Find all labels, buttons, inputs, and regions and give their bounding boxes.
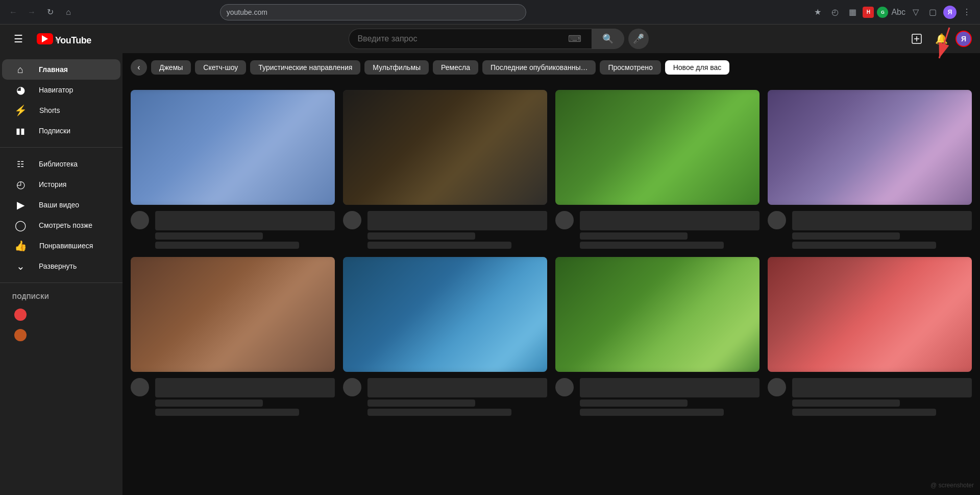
thumbnail-image-4 [768,90,972,205]
sidebar-label-your-videos: Ваши видео [39,201,79,209]
sidebar-label-history: История [39,180,66,188]
video-info-5 [155,378,335,416]
sidebar-item-history[interactable]: ◴ История [2,174,120,195]
video-title-7 [580,378,760,397]
video-card-1[interactable] [131,90,335,249]
video-stats-1 [155,242,299,249]
thumbnail-image-3 [555,90,760,205]
video-title-2 [368,211,547,230]
user-avatar[interactable]: Я [955,31,972,47]
sidebar-item-explore[interactable]: ◕ Навигатор [2,80,120,100]
browser-profile-icon[interactable]: Я [943,6,957,19]
extensions-button[interactable]: ▽ [909,5,923,19]
filter-chip-jams[interactable]: Джемы [151,60,191,75]
subscriptions-icon: ▮▮ [14,126,27,136]
video-title-5 [155,378,335,397]
video-info-6 [368,378,547,416]
yt-logo[interactable]: YouTube BY [37,33,91,44]
video-card-8[interactable] [768,257,972,416]
channel-avatar-7 [555,378,574,396]
filter-prev-button[interactable]: ‹ [131,59,147,76]
video-card-7[interactable] [555,257,760,416]
extension-abc-icon[interactable]: Abc [891,8,905,17]
filter-chip-crafts[interactable]: Ремесла [433,60,478,75]
search-input[interactable] [357,34,568,43]
sidebar-item-home[interactable]: ⌂ Главная [2,59,120,80]
video-thumbnail-4 [768,90,972,205]
watermark: @ screenshoter [930,482,974,489]
filter-chip-watched[interactable]: Просмотрено [600,60,660,75]
keyboard-icon[interactable]: ⌨ [568,33,581,44]
split-screen-button[interactable]: ▢ [926,5,940,19]
search-button[interactable]: 🔍 [592,29,624,49]
video-stats-5 [155,409,299,416]
sub1-avatar [14,309,27,321]
filter-chip-sketch[interactable]: Скетч-шоу [195,60,246,75]
tab-search-button[interactable]: ▦ [845,5,860,19]
address-bar[interactable]: youtube.com [220,4,526,20]
sidebar-item-watch-later[interactable]: ◯ Смотреть позже [2,215,120,235]
cast-button[interactable]: ◴ [828,5,842,19]
sidebar-label-liked: Понравившиеся [39,242,93,250]
thumbnail-image-7 [555,257,760,372]
notification-button[interactable]: 🔔 [931,29,951,49]
channel-avatar-4 [768,211,786,229]
menu-button[interactable]: ☰ [8,29,29,49]
video-channel-5 [155,399,263,407]
sidebar-label-watch-later: Смотреть позже [39,221,92,229]
mic-button[interactable]: 🎤 [628,29,649,49]
filter-chip-travel[interactable]: Туристические направления [250,60,360,75]
sidebar-item-liked[interactable]: 👍 Понравившиеся [2,235,120,256]
browser-menu-button[interactable]: ⋮ [960,5,974,19]
thumbnail-image-8 [768,257,972,372]
video-card-4[interactable] [768,90,972,249]
channel-avatar-5 [131,378,149,396]
filter-chip-new-for-you[interactable]: Новое для вас [665,60,730,75]
video-card-2[interactable] [343,90,547,249]
yt-sidebar: ⌂ Главная ◕ Навигатор ⚡ Shorts ▮▮ Подпис… [0,53,122,495]
filter-chip-latest[interactable]: Последние опубликованны… [482,60,596,75]
sidebar-label-expand: Развернуть [39,262,77,270]
sidebar-sub-item-1[interactable] [2,304,120,325]
sidebar-item-shorts[interactable]: ⚡ Shorts [2,100,120,121]
your-videos-icon: ▶ [14,199,27,211]
create-button[interactable] [906,29,927,49]
yt-header: ☰ YouTube BY ⌨ 🔍 🎤 [0,25,980,53]
video-card-3[interactable] [555,90,760,249]
filter-chip-cartoons[interactable]: Мультфильмы [364,60,429,75]
channel-avatar-8 [768,378,786,396]
browser-toolbar-right: ★ ◴ ▦ H G Abc ▽ ▢ Я ⋮ [811,5,974,19]
video-card-6[interactable] [343,257,547,416]
video-thumbnail-7 [555,257,760,372]
extension-green-icon[interactable]: G [877,7,888,18]
forward-button[interactable]: → [24,5,39,19]
sidebar-item-library[interactable]: ☷ Библиотека [2,154,120,174]
yt-main: ⌂ Главная ◕ Навигатор ⚡ Shorts ▮▮ Подпис… [0,53,980,495]
bookmark-button[interactable]: ★ [811,5,825,19]
video-info-1 [155,211,335,249]
url-text: youtube.com [227,8,267,16]
video-meta-3 [555,211,760,249]
search-bar: ⌨ 🔍 [349,29,624,49]
video-info-2 [368,211,547,249]
refresh-button[interactable]: ↻ [43,5,57,19]
sub2-avatar [14,329,27,341]
video-title-8 [792,378,972,397]
sidebar-item-your-videos[interactable]: ▶ Ваши видео [2,195,120,215]
sidebar-item-subscriptions[interactable]: ▮▮ Подписки [2,121,120,141]
extension-red-icon[interactable]: H [863,7,874,18]
back-button[interactable]: ← [6,5,20,19]
video-channel-8 [792,399,900,407]
sidebar-sub-item-2[interactable] [2,325,120,345]
home-button[interactable]: ⌂ [61,5,76,19]
video-stats-8 [792,409,936,416]
video-card-5[interactable] [131,257,335,416]
thumbnail-image-6 [343,257,547,372]
sidebar-item-expand[interactable]: ⌄ Развернуть [2,256,120,276]
youtube-app: ☰ YouTube BY ⌨ 🔍 🎤 [0,25,980,495]
channel-avatar-1 [131,211,149,229]
thumbnail-image-1 [131,90,335,205]
search-input-wrapper[interactable]: ⌨ [349,29,592,49]
video-grid [122,82,980,424]
video-channel-7 [580,399,688,407]
